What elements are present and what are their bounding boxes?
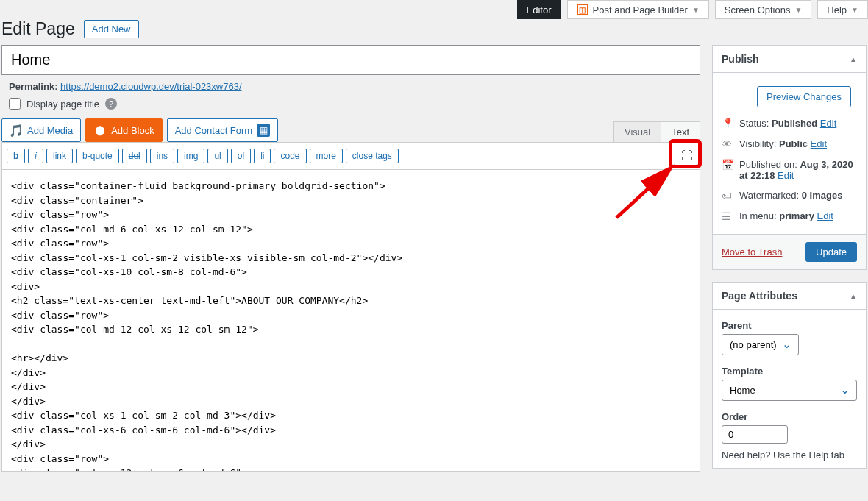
help-icon[interactable]: ? [105,98,117,110]
pin-icon: 📍 [722,118,733,129]
menu-icon: ☰ [722,210,733,222]
add-new-button[interactable]: Add New [84,20,139,38]
update-button[interactable]: Update [805,242,857,262]
qt-italic[interactable]: i [28,149,43,163]
qt-bquote[interactable]: b-quote [76,149,119,163]
published-text: Published on: Aug 3, 2020 at 22:18 Edit [739,159,857,181]
builder-tab[interactable]: ◫ Post and Page Builder ▼ [567,0,709,19]
visual-tab[interactable]: Visual [614,122,661,142]
permalink: Permalink: https://demo2.cloudwp.dev/tri… [1,75,700,95]
menu-text: In menu: primary Edit [739,210,833,221]
media-icon: 🎵 [10,124,23,137]
edit-visibility[interactable]: Edit [811,138,827,149]
publish-header[interactable]: Publish ▲ [713,46,866,73]
text-tab[interactable]: Text [661,122,700,142]
qt-li[interactable]: li [254,149,271,163]
caret-icon: ▼ [851,6,858,14]
qt-del[interactable]: del [122,149,147,163]
code-editor[interactable] [1,170,700,472]
add-contact-label: Add Contact Form [175,125,253,136]
parent-label: Parent [722,317,857,334]
toggle-icon: ▲ [850,55,857,63]
add-media-button[interactable]: 🎵 Add Media [1,118,81,142]
caret-icon: ▼ [692,6,700,14]
parent-select[interactable]: (no parent) [722,334,799,355]
fullscreen-icon[interactable]: ⛶ [679,147,695,165]
screen-options-label: Screen Options [725,4,791,15]
status-text: Status: Published Edit [739,118,836,129]
caret-icon: ▼ [794,6,802,14]
block-icon: ⬢ [93,124,107,137]
eye-icon: 👁 [722,138,733,150]
post-title-input[interactable] [1,45,700,75]
qt-ins[interactable]: ins [150,149,174,163]
qt-link[interactable]: link [46,149,73,163]
quicktags-toolbar: b i link b-quote del ins img ul ol li co… [1,142,700,170]
editor-tab[interactable]: Editor [517,0,561,19]
permalink-label: Permalink: [9,81,57,92]
qt-ol[interactable]: ol [231,149,251,163]
edit-date[interactable]: Edit [778,170,794,181]
qt-ul[interactable]: ul [207,149,227,163]
edit-menu[interactable]: Edit [817,210,833,221]
builder-tab-label: Post and Page Builder [593,4,688,15]
qt-code[interactable]: code [274,149,306,163]
display-title-label: Display page title [26,99,99,110]
attributes-title: Page Attributes [722,290,797,302]
add-block-button[interactable]: ⬢ Add Block [85,118,163,142]
add-block-label: Add Block [111,125,154,136]
watermark-text: Watermarked: 0 Images [739,190,842,201]
permalink-url[interactable]: https://demo2.cloudwp.dev/trial-023xw763… [60,81,241,92]
template-label: Template [722,363,857,380]
screen-options-tab[interactable]: Screen Options ▼ [715,0,812,19]
qt-more[interactable]: more [310,149,343,163]
template-select[interactable]: Home [722,380,857,401]
publish-title: Publish [722,53,759,65]
add-contact-button[interactable]: Add Contact Form ▦ [167,118,279,142]
watermark-icon: 🏷 [722,190,733,202]
attributes-panel: Page Attributes ▲ Parent (no parent) Tem… [712,282,867,469]
qt-close[interactable]: close tags [346,149,399,163]
display-title-checkbox[interactable] [9,98,21,110]
form-icon: ▦ [257,124,270,137]
page-title: Edit Page [1,19,75,39]
trash-link[interactable]: Move to Trash [722,246,782,257]
preview-button[interactable]: Preview Changes [757,86,851,107]
toggle-icon: ▲ [850,292,857,300]
add-media-label: Add Media [27,125,73,136]
help-label: Help [827,4,847,15]
help-text: Need help? Use the Help tab [722,444,857,461]
calendar-icon: 📅 [722,159,733,171]
publish-panel: Publish ▲ Preview Changes 📍 Status: Publ… [712,45,867,270]
attributes-header[interactable]: Page Attributes ▲ [713,283,866,310]
qt-img[interactable]: img [177,149,204,163]
order-label: Order [722,408,857,425]
order-input[interactable] [722,425,788,444]
edit-status[interactable]: Edit [820,118,836,129]
editor-mode-tabs: Visual Text [613,121,700,142]
help-tab[interactable]: Help ▼ [817,0,868,19]
visibility-text: Visibility: Public Edit [739,138,827,149]
builder-icon: ◫ [577,4,588,15]
qt-bold[interactable]: b [7,149,25,163]
